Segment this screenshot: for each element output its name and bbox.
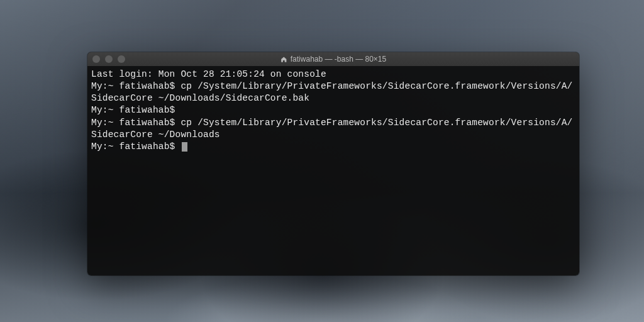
terminal-line: My:~ fatiwahab$ cp /System/Library/Priva… <box>91 80 575 104</box>
home-icon <box>280 56 287 63</box>
terminal-output[interactable]: Last login: Mon Oct 28 21:05:24 on conso… <box>87 66 579 275</box>
window-titlebar[interactable]: fatiwahab — -bash — 80×15 <box>87 52 579 66</box>
window-title-text: fatiwahab — -bash — 80×15 <box>291 55 386 64</box>
terminal-cursor <box>182 142 187 152</box>
terminal-line: Last login: Mon Oct 28 21:05:24 on conso… <box>91 69 575 80</box>
terminal-prompt-line: My:~ fatiwahab$ <box>91 141 575 153</box>
window-title: fatiwahab — -bash — 80×15 <box>280 55 386 64</box>
terminal-prompt: My:~ fatiwahab$ <box>91 142 180 152</box>
traffic-lights <box>92 55 125 63</box>
terminal-line: My:~ fatiwahab$ cp /System/Library/Priva… <box>91 117 575 141</box>
close-button[interactable] <box>92 55 100 63</box>
zoom-button[interactable] <box>118 55 125 63</box>
terminal-line: My:~ fatiwahab$ <box>91 104 575 116</box>
terminal-window[interactable]: fatiwahab — -bash — 80×15 Last login: Mo… <box>87 52 579 275</box>
minimize-button[interactable] <box>105 55 113 63</box>
